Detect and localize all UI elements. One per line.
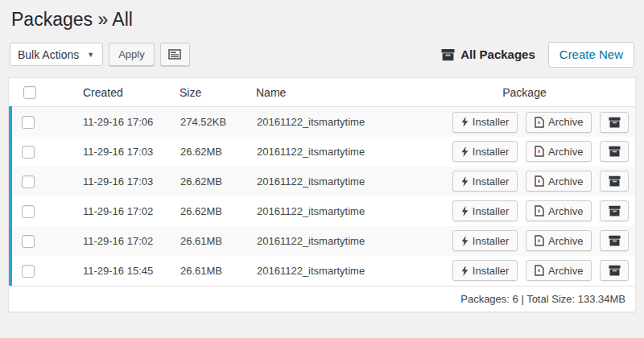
select-all-checkbox[interactable] — [23, 86, 36, 99]
apply-button-label: Apply — [118, 48, 145, 60]
details-view-button[interactable] — [160, 43, 190, 66]
row-size: 26.61MB — [180, 226, 256, 256]
admin-page: Packages » All Bulk Actions ▼ Apply — [0, 0, 644, 312]
lightning-icon — [461, 117, 469, 127]
row-size: 26.62MB — [180, 196, 256, 226]
archive-button-label: Archive — [548, 235, 583, 247]
installer-button[interactable]: Installer — [452, 260, 518, 281]
archive-button-label: Archive — [548, 146, 583, 158]
create-new-button[interactable]: Create New — [548, 42, 634, 68]
row-checkbox[interactable] — [22, 205, 35, 218]
lightning-icon — [461, 176, 469, 187]
apply-button[interactable]: Apply — [109, 43, 155, 66]
table-row: 11-29-16 15:45 26.61MB 20161122_itsmarty… — [10, 256, 635, 286]
file-icon — [535, 117, 544, 128]
installer-button[interactable]: Installer — [452, 230, 518, 251]
installer-button-label: Installer — [473, 175, 510, 188]
package-detail-button[interactable] — [600, 230, 629, 251]
row-name: 20161122_itsmartytime — [256, 196, 438, 226]
package-box-icon — [609, 205, 621, 216]
package-box-icon — [609, 235, 621, 246]
column-header-created: Created — [51, 78, 180, 107]
package-box-icon — [609, 265, 621, 276]
package-box-icon — [609, 117, 621, 128]
row-name: 20161122_itsmartytime — [256, 137, 438, 167]
package-box-icon — [441, 48, 455, 61]
installer-button[interactable]: Installer — [452, 171, 518, 192]
row-created: 11-29-16 17:02 — [51, 226, 180, 256]
create-new-label: Create New — [559, 47, 623, 61]
file-icon — [535, 205, 544, 216]
lightning-icon — [461, 146, 469, 157]
toolbar-right: All Packages Create New — [441, 42, 634, 68]
archive-button[interactable]: Archive — [526, 141, 592, 162]
column-header-size: Size — [180, 78, 256, 107]
all-packages-label: All Packages — [460, 47, 535, 61]
row-checkbox[interactable] — [22, 146, 35, 159]
archive-button[interactable]: Archive — [526, 200, 592, 221]
table-header-row: Created Size Name Package — [10, 78, 635, 107]
package-detail-button[interactable] — [600, 112, 629, 133]
row-size: 26.61MB — [180, 256, 256, 286]
row-created: 11-29-16 15:45 — [51, 256, 180, 286]
installer-button[interactable]: Installer — [452, 112, 518, 133]
row-created: 11-29-16 17:02 — [51, 196, 180, 226]
row-size: 274.52KB — [180, 107, 256, 137]
bulk-actions-select[interactable]: Bulk Actions ▼ — [10, 43, 103, 66]
row-checkbox[interactable] — [22, 265, 35, 278]
lightning-icon — [461, 236, 469, 246]
installer-button-label: Installer — [473, 235, 510, 247]
all-packages-status: All Packages — [441, 47, 535, 61]
archive-button-label: Archive — [548, 205, 583, 217]
row-checkbox[interactable] — [22, 175, 35, 188]
page-title: Packages » All — [11, 8, 633, 32]
package-box-icon — [609, 175, 621, 187]
package-detail-button[interactable] — [600, 200, 629, 221]
file-icon — [535, 175, 544, 187]
archive-button-label: Archive — [548, 175, 583, 188]
packages-table-card: Created Size Name Package 11-29-16 17:06… — [8, 77, 636, 312]
chevron-down-icon: ▼ — [87, 51, 94, 59]
file-icon — [535, 235, 544, 246]
package-detail-button[interactable] — [600, 260, 629, 281]
package-box-icon — [609, 146, 621, 157]
row-checkbox[interactable] — [22, 235, 35, 248]
installer-button-label: Installer — [473, 146, 510, 158]
lightning-icon — [461, 266, 469, 276]
archive-button[interactable]: Archive — [526, 260, 592, 281]
bulk-actions-label: Bulk Actions — [18, 48, 79, 61]
row-created: 11-29-16 17:06 — [51, 107, 180, 137]
table-row: 11-29-16 17:02 26.62MB 20161122_itsmarty… — [10, 196, 635, 226]
row-name: 20161122_itsmartytime — [256, 226, 438, 256]
lightning-icon — [461, 206, 469, 216]
table-row: 11-29-16 17:02 26.61MB 20161122_itsmarty… — [10, 226, 635, 256]
packages-table: Created Size Name Package 11-29-16 17:06… — [9, 78, 635, 286]
column-header-name: Name — [256, 78, 438, 107]
file-icon — [535, 265, 544, 276]
row-created: 11-29-16 17:03 — [51, 167, 180, 196]
installer-button[interactable]: Installer — [452, 141, 518, 162]
row-created: 11-29-16 17:03 — [51, 137, 180, 167]
archive-button[interactable]: Archive — [526, 112, 592, 133]
archive-button[interactable]: Archive — [526, 171, 592, 192]
row-size: 26.62MB — [180, 137, 256, 167]
archive-button-label: Archive — [548, 265, 583, 277]
toolbar: Bulk Actions ▼ Apply — [10, 42, 634, 68]
installer-button-label: Installer — [473, 116, 510, 128]
row-name: 20161122_itsmartytime — [256, 167, 438, 196]
row-checkbox[interactable] — [22, 116, 35, 129]
row-name: 20161122_itsmartytime — [256, 256, 438, 286]
row-size: 26.62MB — [180, 167, 256, 196]
table-row: 11-29-16 17:03 26.62MB 20161122_itsmarty… — [10, 167, 635, 196]
package-detail-button[interactable] — [600, 171, 629, 192]
table-row: 11-29-16 17:06 274.52KB 20161122_itsmart… — [10, 107, 635, 137]
installer-button[interactable]: Installer — [452, 200, 518, 221]
row-name: 20161122_itsmartytime — [256, 107, 438, 137]
installer-button-label: Installer — [473, 265, 510, 277]
package-detail-button[interactable] — [600, 141, 629, 162]
toolbar-left: Bulk Actions ▼ Apply — [10, 43, 190, 66]
column-header-package: Package — [438, 78, 635, 107]
archive-button-label: Archive — [548, 116, 583, 128]
archive-button[interactable]: Archive — [526, 230, 592, 251]
table-row: 11-29-16 17:03 26.62MB 20161122_itsmarty… — [10, 137, 635, 167]
